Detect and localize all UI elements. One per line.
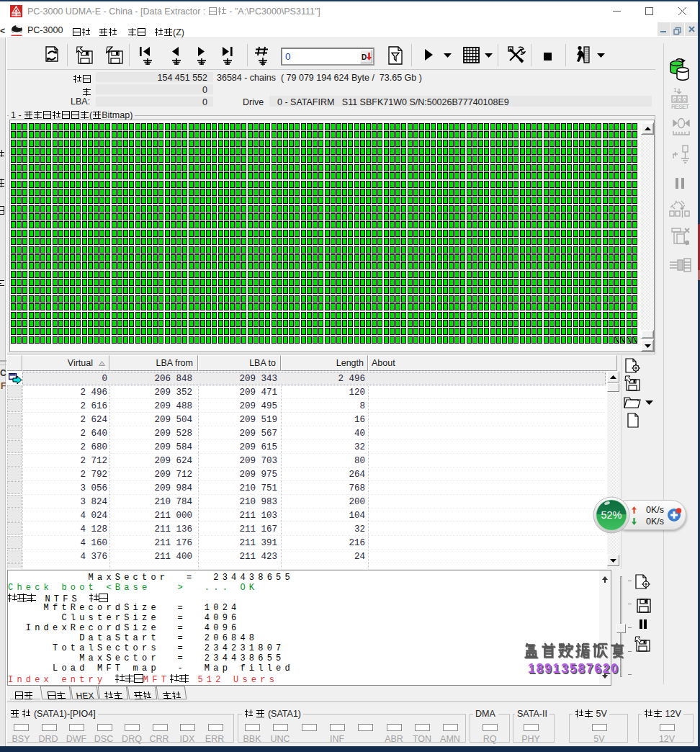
svg-text:52%: 52% <box>601 509 622 521</box>
svg-text:0: 0 <box>673 97 677 103</box>
svg-text:0: 0 <box>678 97 682 103</box>
svg-text:0: 0 <box>683 97 687 103</box>
svg-text:RESET: RESET <box>671 103 689 109</box>
svg-text:1: 1 <box>673 86 677 94</box>
